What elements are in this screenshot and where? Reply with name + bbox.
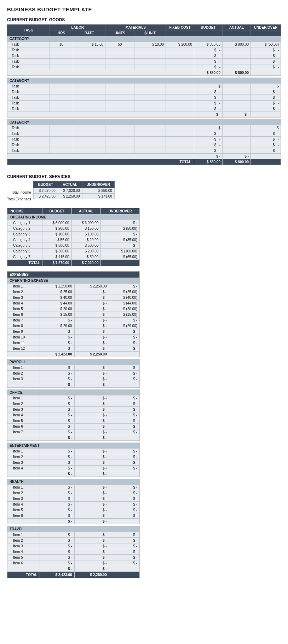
expense-item-under-over: $ - [109, 371, 139, 376]
expense-item-actual: $ - [74, 549, 109, 555]
expense-item-actual: $ - [74, 555, 109, 560]
goods-task-rate [73, 101, 105, 106]
expense-item-label: Item 10 [7, 335, 40, 340]
expense-item-row: Item 6 $ 15.00 $ - $ (15.00) [7, 312, 140, 318]
expense-item-actual: $ - [74, 507, 109, 513]
expense-group-header: OPERATING EXPENSE [7, 278, 140, 284]
goods-category-name: CATEGORY [7, 78, 281, 84]
expense-item-actual: $ 2,250.00 [74, 284, 109, 289]
expense-item-budget: $ - [40, 346, 74, 352]
goods-task-units [105, 131, 134, 137]
expense-item-budget: $ - [40, 532, 74, 538]
expense-group-name: OFFICE [7, 390, 140, 395]
expense-item-row: Item 6 $ - $ - $ - [7, 424, 140, 429]
expense-item-label: Item 11 [7, 340, 40, 346]
expense-item-budget: $ - [40, 407, 74, 412]
expense-subtotal-row: $ - $ - [7, 566, 140, 572]
goods-task-units [105, 53, 134, 59]
expense-item-row: Item 1 $ 2,250.00 $ 2,250.00 $ - [7, 284, 140, 289]
expense-item-budget: $ 40.00 [40, 295, 74, 301]
goods-subtotal-under-over [251, 112, 281, 118]
expense-item-budget: $ - [40, 502, 74, 507]
goods-task-row: Task $ - $ - [7, 106, 281, 112]
expense-item-label: Item 6 [7, 513, 40, 519]
income-row-budget: $ 300.00 [42, 249, 71, 254]
expense-item-actual: $ - [74, 532, 109, 538]
goods-task-per-unit [134, 53, 166, 59]
expense-item-budget: $ 15.00 [40, 312, 74, 318]
goods-header-top-row: TASK LABOR MATERIALS FIXED COST BUDGET A… [7, 25, 281, 30]
expense-subtotal-budget: $ 2,423.00 [40, 352, 74, 357]
expense-subtotal-spacer [7, 566, 40, 572]
expense-item-under-over: $ - [109, 496, 139, 502]
income-row-label: Category 2 [7, 226, 42, 232]
goods-task-rate: $ 15.00 [73, 42, 105, 47]
goods-subtotal-row: $ - $ - [7, 154, 281, 159]
col-rate: RATE [73, 30, 105, 36]
goods-task-hrs [50, 148, 73, 154]
expense-group-name: TRAVEL [7, 526, 140, 532]
goods-task-budget: $ - [194, 148, 223, 154]
expense-item-label: Item 5 [7, 418, 40, 424]
expense-item-row: Item 1 $ - $ - $ - [7, 365, 140, 371]
expenses-section-label: EXPENSES [7, 272, 140, 278]
goods-task-units [105, 64, 134, 70]
expense-subtotal-budget: $ - [40, 382, 74, 388]
expense-item-actual: $ - [74, 323, 109, 329]
goods-task-row: Task $ - $ - [7, 59, 281, 64]
expense-item-actual: $ - [74, 454, 109, 460]
summary-actual: $ 7,020.00 [58, 188, 82, 194]
expense-item-budget: $ - [40, 318, 74, 323]
goods-category-row-2: CATEGORY [7, 120, 281, 125]
income-row: Category 4 $ 55.00 $ 20.00 $ (35.00) [7, 237, 140, 243]
expense-item-actual: $ - [74, 306, 109, 312]
expense-item-actual: $ - [74, 543, 109, 549]
expense-subtotal-actual: $ 2,250.00 [74, 352, 109, 357]
expense-subtotal-spacer [7, 435, 40, 441]
income-row-under-over: $ - [101, 232, 140, 237]
goods-tbody: CATEGORY Task 10 $ 15.00 50 $ 10.00 $ 20… [7, 36, 281, 165]
expense-item-under-over: $ - [109, 507, 139, 513]
expense-subtotal-spacer [7, 471, 40, 477]
expense-item-label: Item 3 [7, 295, 40, 301]
goods-task-rate [73, 137, 105, 142]
goods-task-row: Task $ - $ - [7, 148, 281, 154]
expense-item-under-over: $ (40.00) [109, 295, 139, 301]
expense-subtotal-row: $ 2,423.00 $ 2,250.00 [7, 352, 140, 357]
expense-item-label: Item 4 [7, 301, 40, 306]
expense-item-row: Item 5 $ 20.00 $ - $ (20.00) [7, 306, 140, 312]
expense-item-actual: $ - [74, 449, 109, 454]
summary-under-over: $ 250.00 [82, 188, 114, 194]
expense-item-actual: $ - [74, 560, 109, 566]
expense-item-budget: $ - [40, 401, 74, 407]
col-fixed-sub [166, 30, 194, 36]
income-row-budget: $ 200.00 [42, 226, 71, 232]
expense-item-under-over: $ - [109, 543, 139, 549]
goods-task-fixed [166, 101, 194, 106]
goods-task-budget: $ - [194, 131, 223, 137]
expense-item-actual: $ - [74, 329, 109, 335]
expense-subtotal-spacer [7, 352, 40, 357]
summary-total-expenses-label: Total Expenses [7, 196, 33, 203]
expense-item-label: Item 2 [7, 490, 40, 496]
expense-item-row: Item 4 $ 44.00 $ - $ (44.00) [7, 301, 140, 306]
goods-category-name: CATEGORY [7, 36, 281, 42]
goods-task-budget: $ - [194, 106, 223, 112]
expense-item-budget: $ - [40, 418, 74, 424]
expense-item-actual: $ - [74, 485, 109, 490]
expense-group-header: HEALTH [7, 479, 140, 485]
goods-task-actual [223, 148, 251, 154]
goods-task-under-over: $ - [251, 106, 281, 112]
goods-task-budget: $ - [194, 64, 223, 70]
goods-task-under-over: $ [251, 125, 281, 131]
income-row-label: Category 1 [7, 220, 42, 226]
expense-item-row: Item 9 $ - $ - $ - [7, 329, 140, 335]
expense-item-budget: $ - [40, 490, 74, 496]
expense-item-under-over: $ - [109, 490, 139, 496]
goods-task-label: Task [7, 137, 50, 142]
summary-labels-col: Total Income Total Expenses [7, 181, 33, 203]
expense-item-row: Item 3 $ - $ - $ - [7, 376, 140, 382]
goods-task-under-over: $ - [251, 137, 281, 142]
expense-item-under-over: $ - [109, 340, 139, 346]
expense-subtotal-actual: $ - [74, 471, 109, 477]
